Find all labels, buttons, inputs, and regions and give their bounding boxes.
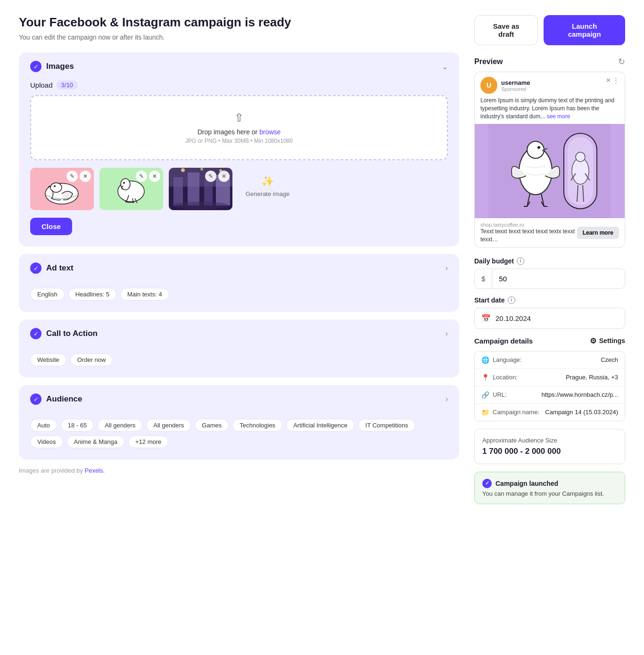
page-title: Your Facebook & Instagram campaign is re… [19, 15, 459, 30]
ad-text-chevron-icon: › [446, 264, 448, 272]
preview-section: Preview ↻ U username Sponsored ✕ ⋮ [474, 57, 625, 248]
drop-zone[interactable]: ⇧ Drop images here or browse JPG or PNG … [30, 95, 448, 160]
fb-ad-copy: Texxt texxt texxt texxt texxt textx texx… [480, 228, 577, 244]
audience-card-body: Auto 18 - 65 All genders All genders Gam… [19, 419, 459, 459]
page-subtitle: You can edit the campaign now or after i… [19, 33, 459, 41]
audience-size-label: Approximate Audience Size [482, 437, 617, 444]
start-date-info-icon[interactable]: i [508, 296, 515, 304]
tag-headlines: Headlines: 5 [68, 288, 116, 301]
details-row-campaign-name: 📁 Campaign name: Campaign 14 (15.03.2024… [475, 404, 625, 421]
upload-count: 3/10 [57, 81, 78, 90]
audience-card-title: Audience [46, 394, 83, 404]
toast-text: You can manage it from your Campaigns li… [482, 490, 617, 497]
start-date-value: 20.10.2024 [495, 314, 531, 322]
tag-ai: Artificial Intelligence [286, 419, 355, 432]
drop-hint: JPG or PNG • Max 30MB • Min 1080x1080 [46, 138, 432, 144]
ad-text-check-icon: ✓ [30, 262, 41, 274]
drop-text: Drop images here or [198, 128, 258, 136]
fb-shop-url: shop.tastycoffee.ru [480, 222, 577, 228]
ad-text-card-header[interactable]: ✓ Ad text › [19, 254, 459, 282]
tag-order-now: Order now [70, 353, 113, 366]
audience-tags: Auto 18 - 65 All genders All genders Gam… [30, 419, 448, 448]
toast-title-text: Campaign launched [495, 480, 558, 487]
cta-card-body: Website Order now [19, 353, 459, 377]
daily-budget-label: Daily budget [474, 257, 514, 265]
svg-point-25 [537, 146, 540, 149]
thumb-2-close-btn[interactable]: ✕ [149, 171, 160, 182]
campaign-details-section: Campaign details ⚙ Settings 🌐 Language: … [474, 336, 625, 421]
tag-more: +12 more [128, 435, 168, 448]
campaign-name-key: Campaign name: [493, 409, 539, 416]
generate-icon: ✨ [261, 175, 274, 188]
browse-link[interactable]: browse [259, 128, 281, 136]
daily-budget-input-row: $ [474, 269, 625, 289]
images-card-header[interactable]: ✓ Images ⌄ [19, 52, 459, 81]
ad-text-card-title: Ad text [46, 263, 74, 273]
url-icon: 🔗 [481, 391, 489, 399]
svg-rect-12 [204, 180, 213, 205]
thumb-3-edit-btn[interactable]: ✎ [205, 171, 216, 182]
url-value: https://www.hornbach.cz/p... [541, 391, 618, 398]
audience-size-value: 1 700 000 - 2 000 000 [482, 447, 617, 456]
preview-title: Preview [474, 57, 503, 66]
images-card-body: Upload 3/10 ⇧ Drop images here or browse… [19, 81, 459, 246]
campaign-details-table: 🌐 Language: Czech 📍 Location: Prague, Ru… [474, 351, 625, 421]
fb-sponsored: Sponsored [501, 86, 530, 92]
tag-genders-2: All genders [146, 419, 191, 432]
cta-card-header[interactable]: ✓ Call to Action › [19, 319, 459, 348]
thumb-1-close-btn[interactable]: ✕ [80, 171, 91, 182]
cta-card-title: Call to Action [46, 329, 98, 338]
start-date-input-row[interactable]: 📅 20.10.2024 [474, 308, 625, 329]
images-card: ✓ Images ⌄ Upload 3/10 ⇧ Drop images her… [19, 52, 459, 246]
fb-preview: U username Sponsored ✕ ⋮ Lorem Ipsum is … [474, 72, 625, 248]
ad-text-tags: English Headlines: 5 Main texts: 4 [30, 288, 448, 301]
tag-videos: Videos [30, 435, 63, 448]
url-key: URL: [493, 391, 507, 398]
audience-size-box: Approximate Audience Size 1 700 000 - 2 … [474, 429, 625, 464]
launch-campaign-button[interactable]: Launch campaign [544, 15, 625, 45]
campaign-details-title: Campaign details [474, 337, 533, 345]
tag-website: Website [30, 353, 66, 366]
language-value: Czech [601, 356, 618, 363]
campaign-name-icon: 📁 [481, 409, 489, 416]
daily-budget-info-icon[interactable]: i [517, 257, 524, 265]
fb-learn-more-btn[interactable]: Learn more [577, 227, 619, 239]
fb-preview-image [475, 124, 625, 218]
svg-point-2 [50, 183, 62, 192]
audience-card: ✓ Audience › Auto 18 - 65 All genders Al… [19, 385, 459, 459]
pexels-link[interactable]: Pexels. [84, 467, 105, 474]
tag-auto: Auto [30, 419, 57, 432]
thumb-1-edit-btn[interactable]: ✎ [66, 171, 78, 182]
see-more-link[interactable]: see more [546, 113, 570, 120]
audience-card-header[interactable]: ✓ Audience › [19, 385, 459, 413]
details-row-location: 📍 Location: Prague, Russia, +3 [475, 369, 625, 386]
save-draft-button[interactable]: Save as draft [474, 15, 538, 45]
close-button[interactable]: Close [30, 218, 72, 235]
location-value: Prague, Russia, +3 [566, 374, 618, 381]
daily-budget-input[interactable] [492, 269, 625, 288]
start-date-section: Start date i 📅 20.10.2024 [474, 296, 625, 329]
settings-label: Settings [599, 337, 625, 344]
tag-games: Games [195, 419, 229, 432]
campaign-name-value: Campaign 14 (15.03.2024) [545, 409, 618, 416]
settings-button[interactable]: ⚙ Settings [590, 336, 625, 345]
refresh-icon[interactable]: ↻ [618, 57, 625, 67]
language-icon: 🌐 [481, 356, 489, 364]
svg-point-7 [123, 182, 125, 184]
svg-rect-10 [173, 177, 183, 205]
cta-chevron-icon: › [446, 329, 448, 338]
thumb-2-edit-btn[interactable]: ✎ [136, 171, 147, 182]
top-actions: Save as draft Launch campaign [474, 15, 625, 45]
audience-chevron-icon: › [446, 395, 448, 403]
images-check-icon: ✓ [30, 61, 41, 72]
tag-main-texts: Main texts: 4 [120, 288, 169, 301]
generate-image-btn[interactable]: ✨ Generate image [238, 168, 297, 205]
images-chevron-icon: ⌄ [442, 62, 448, 71]
location-icon: 📍 [481, 374, 489, 381]
svg-point-14 [181, 168, 185, 172]
thumb-3-close-btn[interactable]: ✕ [218, 171, 230, 182]
cta-check-icon: ✓ [30, 328, 41, 339]
fb-username: username [501, 79, 530, 86]
image-row: ✎ ✕ [30, 168, 448, 210]
currency-symbol: $ [475, 269, 492, 288]
